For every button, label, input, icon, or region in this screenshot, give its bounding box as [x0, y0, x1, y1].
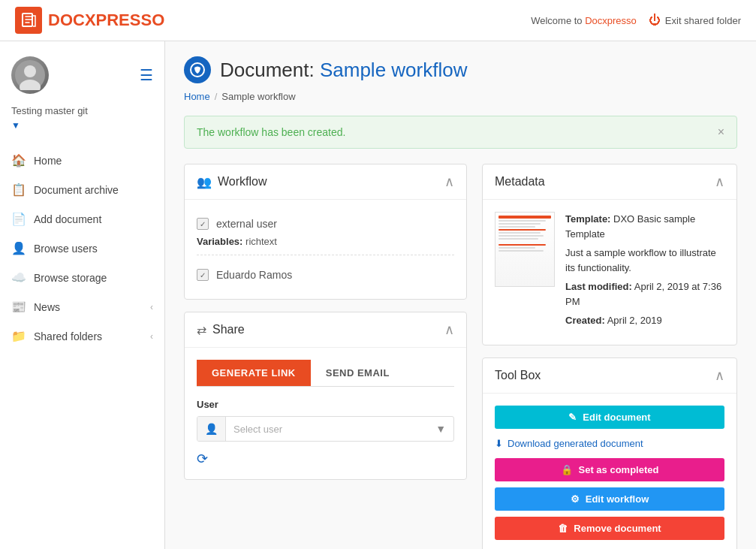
- thumb-line-2: [498, 220, 546, 222]
- sidebar-label-browse-storage: Browse storage: [34, 272, 107, 284]
- generate-link-tab[interactable]: GENERATE LINK: [197, 360, 311, 386]
- logo[interactable]: DOCXPRESSO: [15, 7, 164, 34]
- page-title: Document: Sample workflow: [220, 59, 467, 82]
- send-email-tab[interactable]: SEND EMAIL: [311, 360, 405, 386]
- trash-icon: 🗑: [558, 523, 568, 534]
- workflow-title: Workflow: [218, 175, 267, 189]
- exit-label: Exit shared folder: [665, 15, 741, 26]
- download-icon: ⬇: [495, 438, 503, 449]
- metadata-title: Metadata: [495, 175, 545, 189]
- logo-icon: [15, 7, 42, 34]
- news-icon: 📰: [11, 300, 26, 314]
- thumb-line-5: [498, 229, 546, 231]
- main-layout: ☰ Testing master git ▼ 🏠 Home 📋 Document…: [0, 41, 756, 549]
- user-select-person-icon: 👤: [197, 417, 226, 441]
- avatar: [11, 56, 49, 94]
- checkbox-external-user[interactable]: ✓: [197, 218, 209, 230]
- external-user-label: external user: [216, 218, 277, 230]
- sidebar-item-add-document[interactable]: 📄 Add document: [0, 204, 164, 234]
- thumb-line-11: [498, 250, 544, 252]
- share-collapse-button[interactable]: ∧: [444, 321, 454, 338]
- user-select[interactable]: Select user: [226, 418, 428, 441]
- sidebar-label-browse-users: Browse users: [34, 243, 98, 255]
- docxpresso-link[interactable]: Docxpresso: [585, 15, 637, 26]
- workflow-icon: 👥: [197, 175, 212, 189]
- sidebar-label-home: Home: [34, 155, 62, 167]
- workflow-divider: [197, 255, 454, 255]
- top-nav: DOCXPRESSO Welcome to Docxpresso ⏻ Exit …: [0, 0, 756, 41]
- content-columns: 👥 Workflow ∧ ✓ external user Variables: …: [184, 164, 737, 549]
- edit-document-button[interactable]: ✎ Edit document: [495, 406, 724, 429]
- svg-point-2: [24, 65, 36, 77]
- sidebar-item-home[interactable]: 🏠 Home: [0, 146, 164, 175]
- sidebar-label-shared-folders: Shared folders: [34, 330, 102, 342]
- breadcrumb-home[interactable]: Home: [184, 91, 210, 102]
- sidebar-item-browse-storage[interactable]: ☁️ Browse storage: [0, 263, 164, 292]
- last-modified: Last modified: April 2, 2019 at 7:36 PM: [565, 279, 724, 309]
- toolbox-panel: Tool Box ∧ ✎ Edit document ⬇ Do: [482, 357, 737, 550]
- share-panel-header: ⇄ Share ∧: [185, 312, 466, 348]
- metadata-collapse-button[interactable]: ∧: [715, 173, 724, 190]
- workflow-panel-body: ✓ external user Variables: richtext ✓ Ed…: [185, 200, 466, 299]
- metadata-panel: Metadata ∧: [482, 164, 737, 345]
- set-as-completed-button[interactable]: 🔒 Set as completed: [495, 458, 724, 481]
- home-icon: 🏠: [11, 153, 26, 167]
- metadata-info: Template: DXO Basic sample Template Just…: [565, 212, 724, 333]
- toolbox-title: Tool Box: [495, 369, 541, 382]
- news-chevron: ‹: [150, 302, 153, 312]
- remove-document-button[interactable]: 🗑 Remove document: [495, 517, 724, 540]
- sidebar-item-shared-folders[interactable]: 📁 Shared folders ‹: [0, 321, 164, 351]
- sidebar-label-news: News: [34, 301, 60, 313]
- description-text: Just a sample workflow to illustrate its…: [565, 246, 724, 275]
- toolbox-buttons: ✎ Edit document ⬇ Download generated doc…: [495, 406, 724, 540]
- metadata-panel-body: Template: DXO Basic sample Template Just…: [483, 200, 736, 345]
- created-date: Created: April 2, 2019: [565, 313, 724, 328]
- shared-folders-icon: 📁: [11, 329, 26, 343]
- left-column: 👥 Workflow ∧ ✓ external user Variables: …: [184, 164, 467, 549]
- workflow-item-eduardo: ✓ Eduardo Ramos: [197, 263, 454, 287]
- sidebar-nav: 🏠 Home 📋 Document archive 📄 Add document: [0, 142, 164, 351]
- download-generated-button[interactable]: ⬇ Download generated document: [495, 435, 724, 452]
- exit-shared-folder-button[interactable]: ⏻ Exit shared folder: [649, 14, 741, 27]
- workflow-collapse-button[interactable]: ∧: [444, 173, 454, 190]
- toolbox-collapse-button[interactable]: ∧: [715, 367, 724, 384]
- menu-icon[interactable]: ☰: [140, 66, 153, 84]
- sidebar-item-browse-users[interactable]: 👤 Browse users: [0, 234, 164, 263]
- sidebar-item-document-archive[interactable]: 📋 Document archive: [0, 175, 164, 204]
- user-select-wrapper: 👤 Select user ▼: [197, 416, 454, 442]
- user-name: Testing master git: [0, 105, 164, 120]
- checkbox-eduardo[interactable]: ✓: [197, 269, 209, 281]
- share-title: Share: [212, 323, 245, 336]
- welcome-text: Welcome to Docxpresso: [531, 15, 637, 26]
- sidebar-item-news[interactable]: 📰 News ‹: [0, 292, 164, 321]
- template-info: Template: DXO Basic sample Template: [565, 212, 724, 241]
- document-archive-icon: 📋: [11, 182, 26, 197]
- eduardo-label: Eduardo Ramos: [216, 269, 292, 281]
- lock-icon: 🔒: [561, 464, 573, 475]
- share-panel: ⇄ Share ∧ GENERATE LINK SEND EMAIL User …: [184, 312, 467, 480]
- document-thumbnail: [495, 212, 555, 287]
- alert-close-button[interactable]: ×: [718, 125, 724, 139]
- user-dropdown[interactable]: ▼: [0, 120, 164, 142]
- share-panel-body: GENERATE LINK SEND EMAIL User 👤 Select u…: [185, 348, 466, 479]
- breadcrumb-current: Sample workflow: [221, 91, 295, 102]
- browse-users-icon: 👤: [11, 241, 26, 255]
- toolbox-panel-body: ✎ Edit document ⬇ Download generated doc…: [483, 394, 736, 550]
- page-title-area: Document: Sample workflow: [184, 56, 737, 83]
- sidebar-header: ☰: [0, 49, 164, 105]
- thumb-line-4: [498, 226, 535, 228]
- edit-workflow-button[interactable]: ⚙ Edit workflow: [495, 487, 724, 511]
- exit-icon: ⏻: [649, 14, 661, 27]
- thumb-line-6: [498, 232, 541, 234]
- metadata-panel-header: Metadata ∧: [483, 164, 736, 200]
- refresh-icon[interactable]: ⟳: [197, 451, 454, 467]
- alert-message: The workflow has been created.: [197, 126, 345, 138]
- breadcrumb: Home / Sample workflow: [184, 91, 737, 102]
- user-label: User: [197, 399, 454, 410]
- page-title-icon: [184, 56, 211, 83]
- share-icon: ⇄: [197, 323, 206, 337]
- shared-folders-chevron: ‹: [150, 331, 153, 342]
- thumb-line-9: [498, 244, 546, 246]
- user-select-arrow-icon: ▼: [428, 417, 453, 441]
- variables-line: Variables: richtext: [197, 236, 454, 247]
